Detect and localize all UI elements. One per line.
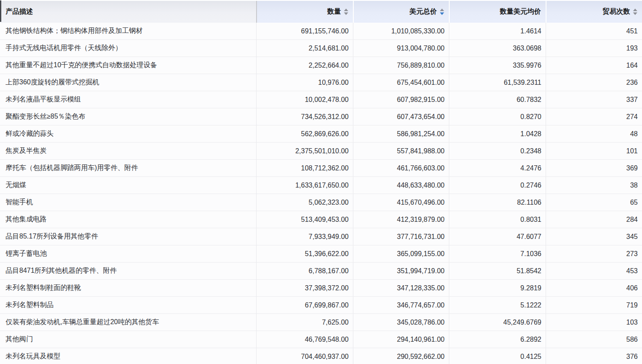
- cell-trade_count: 369: [546, 160, 642, 176]
- cell-product_desc: 未列名玩具及模型: [0, 348, 256, 364]
- table-row[interactable]: 其他集成电路513,409,453.00412,319,879.000.8031…: [0, 211, 642, 228]
- table-row[interactable]: 品目8471所列其他机器的零件、附件6,788,167.00351,994,71…: [0, 263, 642, 280]
- column-header-label: 贸易次数: [603, 7, 630, 16]
- table-row[interactable]: 其他钢铁结构体；钢结构体用部件及加工钢材691,155,746.001,010,…: [0, 23, 642, 40]
- cell-product_desc: 未列名塑料制鞋面的鞋靴: [0, 280, 256, 296]
- cell-avg_usd_per_unit: 51.8542: [449, 263, 546, 279]
- sort-icons[interactable]: [633, 9, 637, 15]
- cell-quantity: 37,398,372.00: [256, 280, 353, 296]
- cell-product_desc: 其他钢铁结构体；钢结构体用部件及加工钢材: [0, 23, 256, 39]
- cell-trade_count: 103: [546, 314, 642, 331]
- column-header-avg-usd-price: 数量美元均价: [449, 1, 546, 23]
- table-row[interactable]: 仅装有柴油发动机,车辆总重量超过20吨的其他货车7,625.00345,028,…: [0, 314, 642, 331]
- cell-product_desc: 品目85.17所列设备用其他零件: [0, 228, 256, 245]
- cell-usd_total: 294,140,961.00: [353, 331, 449, 348]
- cell-product_desc: 焦炭及半焦炭: [0, 143, 256, 159]
- sort-asc-icon[interactable]: [633, 9, 637, 11]
- cell-avg_usd_per_unit: 1.0428: [449, 125, 546, 142]
- table-row[interactable]: 品目85.17所列设备用其他零件7,933,949.00377,716,731.…: [0, 228, 642, 245]
- cell-trade_count: 376: [546, 348, 642, 364]
- cell-avg_usd_per_unit: 61,539.2311: [449, 74, 546, 91]
- table-row[interactable]: 未列名液晶平板显示模组10,002,478.00607,982,915.0060…: [0, 91, 642, 108]
- cell-product_desc: 无烟煤: [0, 177, 256, 194]
- cell-product_desc: 其他阀门: [0, 331, 256, 348]
- cell-quantity: 10,976.00: [256, 74, 353, 91]
- cell-trade_count: 65: [546, 194, 642, 211]
- cell-usd_total: 346,774,657.00: [353, 297, 449, 313]
- column-header-label: 美元总价: [409, 7, 437, 16]
- table-row[interactable]: 鲜或冷藏的蒜头562,869,626.00586,981,254.001.042…: [0, 125, 642, 143]
- table-row[interactable]: 焦炭及半焦炭2,375,501,010.00557,841,988.000.23…: [0, 143, 642, 160]
- cell-trade_count: 284: [546, 211, 642, 228]
- cell-product_desc: 其他集成电路: [0, 211, 256, 228]
- table-row[interactable]: 其他阀门46,769,548.00294,140,961.006.2892586: [0, 331, 642, 348]
- table-row[interactable]: 摩托车（包括机器脚踏两用车)用零件、附件108,712,362.00461,76…: [0, 160, 642, 177]
- sort-desc-icon[interactable]: [440, 12, 444, 15]
- cell-usd_total: 415,670,496.00: [353, 194, 449, 211]
- cell-avg_usd_per_unit: 363.0698: [449, 40, 546, 57]
- table-row[interactable]: 智能手机5,062,323.00415,670,496.0082.110665: [0, 194, 642, 211]
- cell-product_desc: 聚酯变形长丝≥85％染色布: [0, 108, 256, 125]
- cell-trade_count: 193: [546, 40, 642, 57]
- table-row[interactable]: 锂离子蓄电池51,396,622.00365,099,155.007.10362…: [0, 245, 642, 263]
- column-header-quantity[interactable]: 数量: [256, 1, 353, 23]
- cell-avg_usd_per_unit: 0.2746: [449, 177, 546, 194]
- cell-quantity: 6,788,167.00: [256, 263, 353, 279]
- sort-desc-icon[interactable]: [344, 12, 348, 15]
- cell-trade_count: 273: [546, 245, 642, 262]
- sort-asc-icon[interactable]: [440, 9, 444, 11]
- cell-quantity: 2,514,681.00: [256, 40, 353, 57]
- table-row[interactable]: 其他重量不超过10千克的便携式自动数据处理设备2,252,664.00756,8…: [0, 57, 642, 74]
- cell-product_desc: 手持式无线电话机用零件（天线除外）: [0, 40, 256, 57]
- cell-trade_count: 38: [546, 177, 642, 194]
- cell-product_desc: 品目8471所列其他机器的零件、附件: [0, 263, 256, 279]
- cell-quantity: 46,769,548.00: [256, 331, 353, 348]
- cell-avg_usd_per_unit: 1.4614: [449, 23, 546, 39]
- cell-quantity: 691,155,746.00: [256, 23, 353, 39]
- cell-quantity: 734,526,312.00: [256, 108, 353, 125]
- table-row[interactable]: 未列名玩具及模型704,460,937.00290,592,662.000.41…: [0, 348, 642, 364]
- cell-product_desc: 摩托车（包括机器脚踏两用车)用零件、附件: [0, 160, 256, 176]
- cell-product_desc: 锂离子蓄电池: [0, 245, 256, 262]
- cell-trade_count: 451: [546, 23, 642, 39]
- cell-trade_count: 101: [546, 143, 642, 159]
- cell-avg_usd_per_unit: 82.1106: [449, 194, 546, 211]
- cell-product_desc: 仅装有柴油发动机,车辆总重量超过20吨的其他货车: [0, 314, 256, 331]
- sort-icons[interactable]: [440, 9, 444, 15]
- cell-quantity: 513,409,453.00: [256, 211, 353, 228]
- cell-quantity: 562,869,626.00: [256, 125, 353, 142]
- cell-avg_usd_per_unit: 9.2819: [449, 280, 546, 296]
- column-header-usd-total[interactable]: 美元总价: [353, 1, 449, 23]
- cell-product_desc: 未列名塑料制品: [0, 297, 256, 313]
- table-row[interactable]: 无烟煤1,633,617,650.00448,633,480.000.27463…: [0, 177, 642, 194]
- cell-avg_usd_per_unit: 4.2476: [449, 160, 546, 176]
- cell-avg_usd_per_unit: 6.2892: [449, 331, 546, 348]
- cell-avg_usd_per_unit: 0.8031: [449, 211, 546, 228]
- cell-quantity: 2,252,664.00: [256, 57, 353, 74]
- sort-desc-icon[interactable]: [633, 12, 637, 15]
- cell-usd_total: 675,454,601.00: [353, 74, 449, 91]
- cell-avg_usd_per_unit: 0.8270: [449, 108, 546, 125]
- cell-quantity: 704,460,937.00: [256, 348, 353, 364]
- cell-avg_usd_per_unit: 7.1036: [449, 245, 546, 262]
- column-header-label: 产品描述: [6, 7, 33, 16]
- cell-trade_count: 453: [546, 263, 642, 279]
- cell-avg_usd_per_unit: 47.6077: [449, 228, 546, 245]
- table-row[interactable]: 手持式无线电话机用零件（天线除外）2,514,681.00913,004,780…: [0, 40, 642, 57]
- cell-usd_total: 351,994,719.00: [353, 263, 449, 279]
- table-row[interactable]: 未列名塑料制品67,699,867.00346,774,657.005.1222…: [0, 297, 642, 314]
- table-row[interactable]: 聚酯变形长丝≥85％染色布734,526,312.00607,473,654.0…: [0, 108, 642, 125]
- sort-icons[interactable]: [344, 9, 348, 15]
- column-header-product-desc: 产品描述: [0, 1, 256, 23]
- sort-asc-icon[interactable]: [344, 9, 348, 11]
- cell-usd_total: 448,633,480.00: [353, 177, 449, 194]
- cell-usd_total: 290,592,662.00: [353, 348, 449, 364]
- table-row[interactable]: 上部360度旋转的履带式挖掘机10,976.00675,454,601.0061…: [0, 74, 642, 91]
- cell-quantity: 2,375,501,010.00: [256, 143, 353, 159]
- cell-avg_usd_per_unit: 60.7832: [449, 91, 546, 108]
- cell-usd_total: 607,982,915.00: [353, 91, 449, 108]
- table-row[interactable]: 未列名塑料制鞋面的鞋靴37,398,372.00347,128,335.009.…: [0, 280, 642, 297]
- cell-trade_count: 345: [546, 228, 642, 245]
- column-header-trade-count[interactable]: 贸易次数: [546, 1, 642, 23]
- cell-product_desc: 鲜或冷藏的蒜头: [0, 125, 256, 142]
